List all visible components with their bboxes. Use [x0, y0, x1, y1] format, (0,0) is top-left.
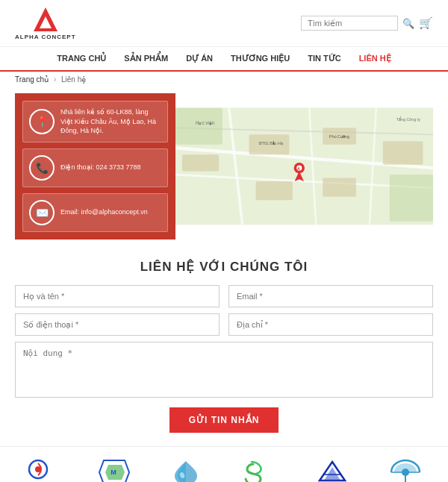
svg-text:BT01 Bắc Hà: BT01 Bắc Hà [259, 141, 283, 145]
svg-rect-12 [256, 181, 293, 200]
nav-item-tintuc[interactable]: TIN TỨC [299, 47, 349, 70]
header-search-area: 🔍 🛒 [301, 16, 433, 31]
logo-item-4: S LETTER LOGO [238, 458, 280, 482]
search-button[interactable]: 🔍 [402, 18, 414, 29]
nav-item-duan[interactable]: DỰ ÁN [177, 47, 222, 70]
address-text: Nhà liên kề số 60-LK88, làng Việt Kiều C… [60, 107, 161, 136]
search-input[interactable] [301, 16, 398, 31]
logo-text: ALPHA CONCEPT [15, 34, 76, 40]
svg-text:M: M [111, 469, 117, 476]
form-row-1 [15, 285, 433, 307]
cart-icon[interactable]: 🛒 [419, 16, 433, 30]
svg-text:Tổng Công ty: Tổng Công ty [396, 116, 421, 122]
form-title: LIÊN HỆ VỚI CHÚNG TÔI [15, 259, 433, 275]
logo-item-3: Water logo [166, 457, 207, 482]
breadcrumb: Trang chủ › Liên hệ [0, 72, 448, 87]
svg-text:A: A [297, 166, 300, 171]
svg-rect-13 [323, 178, 356, 197]
message-field[interactable] [15, 342, 433, 398]
contact-info-box: 📍 Nhà liên kề số 60-LK88, làng Việt Kiều… [15, 93, 175, 240]
main-nav: TRANG CHỦ SẢN PHẨM DỰ ÁN THƯƠNG HIỆU TIN… [0, 47, 448, 72]
nav-item-sanpham[interactable]: SẢN PHẨM [115, 47, 177, 70]
svg-rect-15 [175, 107, 223, 144]
form-submit-row: GỬI TIN NHẮN [15, 407, 433, 433]
phone-text: Điện thoại: 024 3733 7788 [60, 163, 141, 172]
breadcrumb-separator: › [54, 75, 56, 84]
svg-text:Phú Cường: Phú Cường [329, 134, 349, 139]
logo-item-5: COMPANY NAME [311, 458, 355, 482]
phone-icon: 📞 [29, 155, 55, 181]
svg-point-26 [35, 466, 41, 472]
address-icon: 📍 [29, 109, 55, 134]
logo-strip: CoMpaNY M MediaStudio Water logo S LETTE… [0, 446, 448, 482]
svg-rect-16 [390, 175, 433, 222]
email-icon: ✉️ [29, 200, 55, 225]
name-field[interactable] [15, 285, 220, 307]
logo-item-6: COMPANY [385, 457, 426, 482]
form-row-2 [15, 313, 433, 336]
submit-button[interactable]: GỬI TIN NHẮN [169, 407, 279, 433]
logo-item-2: M MediaStudio [93, 457, 134, 482]
email-field[interactable] [228, 285, 433, 307]
svg-rect-11 [383, 141, 423, 164]
breadcrumb-current: Liên hệ [61, 75, 86, 84]
form-row-3 [15, 342, 433, 400]
nav-item-thuonghieu[interactable]: THƯƠNG HIỆU [222, 47, 299, 70]
logo[interactable]: ALPHA CONCEPT [15, 6, 76, 40]
contact-email-item: ✉️ Email: info@alphaconcept.vn [22, 193, 168, 232]
nav-item-trangchu[interactable]: TRANG CHỦ [48, 47, 115, 70]
breadcrumb-home[interactable]: Trang chủ [15, 75, 49, 84]
svg-rect-14 [182, 154, 219, 171]
logo-item-1: CoMpaNY [22, 457, 63, 482]
address-field[interactable] [228, 313, 433, 336]
contact-form-section: LIÊN HỆ VỚI CHÚNG TÔI GỬI TIN NHẮN [0, 248, 448, 446]
phone-field[interactable] [15, 313, 220, 336]
header: ALPHA CONCEPT 🔍 🛒 [0, 0, 448, 47]
contact-address-item: 📍 Nhà liên kề số 60-LK88, làng Việt Kiều… [22, 101, 168, 143]
map-area: Học viện Tổng Công ty BT01 Bắc Hà Phú Cư… [175, 93, 433, 240]
email-text: Email: info@alphaconcept.vn [60, 207, 148, 217]
nav-item-lienhe[interactable]: LIÊN HỆ [350, 47, 400, 72]
svg-text:Học viện: Học viện [196, 120, 215, 126]
contact-top-section: 📍 Nhà liên kề số 60-LK88, làng Việt Kiều… [15, 93, 433, 240]
contact-phone-item: 📞 Điện thoại: 024 3733 7788 [22, 148, 168, 187]
